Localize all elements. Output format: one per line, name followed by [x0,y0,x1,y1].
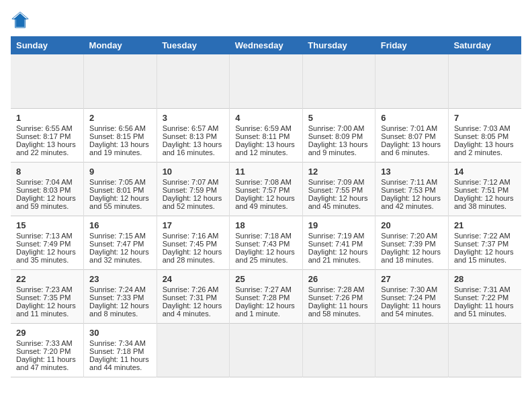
calendar-cell: 8Sunrise: 7:04 AMSunset: 8:03 PMDaylight… [11,162,84,216]
day-info: Sunrise: 7:12 AM [454,178,516,186]
calendar-cell: 11Sunrise: 7:08 AMSunset: 7:57 PMDayligh… [230,162,303,216]
day-header-monday: Monday [84,36,157,54]
logo [11,11,32,30]
day-number: 16 [89,220,151,230]
day-number: 13 [381,167,443,177]
day-info: Sunset: 8:05 PM [454,132,516,140]
day-info: Sunset: 7:35 PM [16,293,78,302]
calendar-table: SundayMondayTuesdayWednesdayThursdayFrid… [11,36,521,377]
day-info: Sunset: 7:33 PM [89,293,151,302]
day-info: Sunset: 7:39 PM [381,240,443,248]
day-info: and 58 minutes. [308,310,370,318]
day-info: Daylight: 12 hours [381,248,443,256]
day-number: 17 [163,220,224,230]
day-number: 26 [308,274,370,284]
calendar-cell: 19Sunrise: 7:19 AMSunset: 7:41 PMDayligh… [302,216,375,269]
day-number: 9 [89,167,151,177]
day-info: and 52 minutes. [163,202,224,210]
calendar-cell [230,323,303,377]
day-info: Sunset: 7:41 PM [308,240,370,248]
day-number: 25 [235,274,297,284]
day-info: Sunrise: 7:11 AM [381,178,443,186]
day-info: and 11 minutes. [16,310,78,318]
day-info: Daylight: 11 hours [16,355,78,363]
day-info: and 12 minutes. [235,148,297,156]
day-header-tuesday: Tuesday [157,36,230,54]
calendar-cell [375,54,449,108]
calendar-cell [84,54,157,108]
day-number: 18 [235,220,297,230]
calendar-cell: 20Sunrise: 7:20 AMSunset: 7:39 PMDayligh… [375,216,449,269]
calendar-cell: 18Sunrise: 7:18 AMSunset: 7:43 PMDayligh… [230,216,303,269]
day-info: Sunset: 7:55 PM [308,186,370,194]
day-info: and 18 minutes. [381,256,443,264]
day-header-wednesday: Wednesday [230,36,303,54]
day-info: Sunrise: 7:24 AM [89,285,151,293]
day-info: and 8 minutes. [89,310,151,318]
day-info: Daylight: 12 hours [163,248,224,256]
day-info: Sunset: 7:37 PM [454,240,516,248]
calendar-cell: 16Sunrise: 7:15 AMSunset: 7:47 PMDayligh… [84,216,157,269]
day-info: and 16 minutes. [163,148,224,156]
day-number: 10 [163,167,224,177]
calendar-week-2: 8Sunrise: 7:04 AMSunset: 8:03 PMDaylight… [11,162,521,216]
day-info: and 32 minutes. [89,256,151,264]
day-info: Sunrise: 7:05 AM [89,178,151,186]
day-info: Daylight: 12 hours [454,248,516,256]
day-info: Sunset: 8:09 PM [308,132,370,140]
day-info: Sunset: 7:45 PM [163,240,224,248]
day-info: Sunset: 7:43 PM [235,240,297,248]
day-info: Sunrise: 7:18 AM [235,232,297,240]
day-info: Daylight: 11 hours [308,302,370,310]
calendar-week-4: 22Sunrise: 7:23 AMSunset: 7:35 PMDayligh… [11,269,521,323]
day-info: Daylight: 12 hours [163,302,224,310]
day-info: Daylight: 12 hours [16,302,78,310]
calendar-cell: 22Sunrise: 7:23 AMSunset: 7:35 PMDayligh… [11,269,84,323]
header-row: SundayMondayTuesdayWednesdayThursdayFrid… [11,36,521,54]
day-info: Sunrise: 6:56 AM [89,124,151,132]
day-info: Sunrise: 7:03 AM [454,124,516,132]
day-info: and 54 minutes. [381,310,443,318]
day-info: Sunrise: 7:20 AM [381,232,443,240]
day-number: 14 [454,167,516,177]
calendar-cell: 4Sunrise: 6:59 AMSunset: 8:11 PMDaylight… [230,108,303,162]
day-number: 19 [308,220,370,230]
day-info: Sunrise: 7:28 AM [308,285,370,293]
day-info: Daylight: 11 hours [381,302,443,310]
day-info: Sunrise: 7:30 AM [381,285,443,293]
day-info: Sunrise: 7:26 AM [163,285,224,293]
calendar-cell: 10Sunrise: 7:07 AMSunset: 7:59 PMDayligh… [157,162,230,216]
day-info: Sunrise: 7:33 AM [16,339,78,347]
day-info: Sunset: 7:49 PM [16,240,78,248]
calendar-week-5: 29Sunrise: 7:33 AMSunset: 7:20 PMDayligh… [11,323,521,377]
day-info: and 9 minutes. [308,148,370,156]
day-number: 24 [163,274,224,284]
calendar-cell: 5Sunrise: 7:00 AMSunset: 8:09 PMDaylight… [302,108,375,162]
day-info: Sunset: 7:47 PM [89,240,151,248]
day-info: Sunrise: 6:59 AM [235,124,297,132]
day-header-thursday: Thursday [302,36,375,54]
calendar-cell: 25Sunrise: 7:27 AMSunset: 7:28 PMDayligh… [230,269,303,323]
day-number: 4 [235,113,297,123]
calendar-cell: 24Sunrise: 7:26 AMSunset: 7:31 PMDayligh… [157,269,230,323]
day-info: and 38 minutes. [454,202,516,210]
day-info: and 55 minutes. [89,202,151,210]
day-info: Daylight: 13 hours [454,140,516,148]
day-info: Daylight: 13 hours [89,140,151,148]
day-number: 5 [308,113,370,123]
day-info: Daylight: 13 hours [163,140,224,148]
day-info: Sunrise: 7:22 AM [454,232,516,240]
day-number: 3 [163,113,224,123]
day-number: 29 [16,328,78,338]
day-info: Sunrise: 7:34 AM [89,339,151,347]
day-info: Daylight: 12 hours [89,302,151,310]
calendar-cell: 1Sunrise: 6:55 AMSunset: 8:17 PMDaylight… [11,108,84,162]
calendar-cell: 2Sunrise: 6:56 AMSunset: 8:15 PMDaylight… [84,108,157,162]
calendar-week-1: 1Sunrise: 6:55 AMSunset: 8:17 PMDaylight… [11,108,521,162]
day-info: and 51 minutes. [454,310,516,318]
day-info: Sunset: 8:03 PM [16,186,78,194]
calendar-cell: 27Sunrise: 7:30 AMSunset: 7:24 PMDayligh… [375,269,449,323]
day-info: Sunset: 8:01 PM [89,186,151,194]
calendar-cell: 3Sunrise: 6:57 AMSunset: 8:13 PMDaylight… [157,108,230,162]
day-info: and 59 minutes. [16,202,78,210]
